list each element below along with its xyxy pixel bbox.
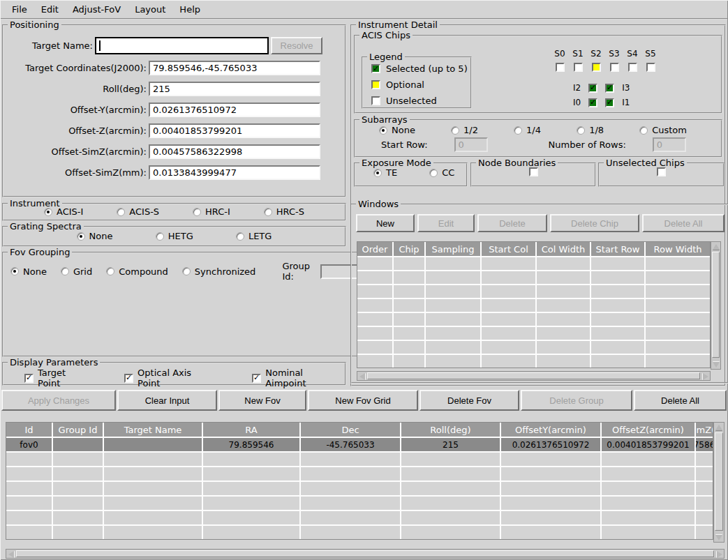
checkbox-chip-i2[interactable] [588,84,597,93]
delete-fov-button[interactable]: Delete Fov [419,390,519,411]
fov-row-cell-group-id[interactable] [53,438,103,451]
scroll-up-icon[interactable] [714,423,723,432]
table-cell-empty [53,511,103,524]
radio-grouping-none[interactable]: None [10,266,47,277]
radio-exposure-te[interactable]: TE [373,167,397,178]
radio-subarray-half[interactable]: 1/2 [451,125,478,135]
windows-vertical-scrollbar[interactable] [711,241,721,370]
scroll-right-icon[interactable] [715,550,724,559]
fov-row-cell-ra[interactable]: 79.859546 [203,438,299,451]
checkbox-nominal-aimpoint[interactable]: Nominal Aimpoint [252,368,342,388]
radio-grating-hetg[interactable]: HETG [156,231,193,241]
radio-subarray-quarter[interactable]: 1/4 [514,125,541,135]
radio-hrc-i[interactable]: HRC-I [193,206,230,217]
fov-row-cell-id[interactable]: fov0 [6,438,52,451]
checkbox-chip-i0[interactable] [588,98,597,107]
radio-label: Grid [73,266,92,277]
table-cell-empty [203,453,299,466]
menu-layout[interactable]: Layout [128,2,172,17]
windows-new-button[interactable]: New [356,214,415,232]
windows-delete-all-button[interactable]: Delete All [642,214,725,232]
checkbox-node-boundaries[interactable] [529,167,538,176]
checkbox-chip-s2[interactable] [592,63,601,72]
radio-acis-i[interactable]: ACIS-I [44,206,83,217]
windows-delete-chip-button[interactable]: Delete Chip [550,214,639,232]
start-row-input[interactable]: 0 [454,137,488,152]
scrollbar-thumb[interactable] [16,550,714,557]
subarrays-title: Subarrays [359,116,410,124]
fov-table[interactable]: Id Group Id Target Name RA Dec Roll(deg)… [6,422,713,540]
fov-row-cell-roll[interactable]: 215 [401,438,500,451]
radio-acis-s[interactable]: ACIS-S [117,206,159,217]
fov-row-cell-offset-z[interactable]: 0.00401853799201 [602,438,694,451]
scroll-left-icon[interactable] [6,550,15,559]
offset-simz-mm-input[interactable]: 0.0133843999477 [149,165,320,180]
menu-file[interactable]: File [5,2,34,17]
radio-hrc-s[interactable]: HRC-S [264,206,304,217]
roll-label: Roll(deg): [8,84,149,94]
s-chip-labels: S0 S1 S2 S3 S4 S5 [551,49,661,59]
scrollbar-thumb[interactable] [367,372,700,379]
offset-z-input[interactable]: 0.00401853799201 [149,123,320,138]
radio-grating-letg[interactable]: LETG [236,231,272,241]
new-fov-grid-button[interactable]: New Fov Grid [308,390,418,411]
fov-row-cell-offset-simz[interactable]: 7586 [696,438,713,451]
windows-delete-button[interactable]: Delete [477,214,547,232]
fov-col-offset-z: OffsetZ(arcmin) [602,423,694,437]
checkbox-chip-s4[interactable] [628,63,637,72]
fov-row-cell-offset-y[interactable]: 0.0261376510972 [501,438,600,451]
number-of-rows-input[interactable]: 0 [653,137,686,152]
fov-horizontal-scrollbar[interactable] [6,549,725,559]
delete-group-button[interactable]: Delete Group [521,390,632,411]
clear-input-button[interactable]: Clear Input [117,390,217,411]
windows-edit-button[interactable]: Edit [417,214,475,232]
windows-table[interactable]: Order Chip Sampling Start Col Col Width … [357,241,711,368]
scroll-down-icon[interactable] [714,533,723,542]
checkbox-unselected-chips[interactable] [657,167,666,176]
radio-grouping-synchronized[interactable]: Synchronized [182,266,256,277]
menu-help[interactable]: Help [172,2,207,17]
checkbox-chip-i3[interactable] [605,84,614,93]
checkbox-chip-s5[interactable] [646,63,655,72]
menu-adjust-fov[interactable]: Adjust-FoV [66,2,128,17]
coords-input[interactable]: 79.859546,-45.765033 [149,61,320,75]
radio-exposure-cc[interactable]: CC [429,167,454,178]
checkbox-optical-axis-point[interactable]: Optical Axis Point [124,368,212,388]
scroll-up-icon[interactable] [711,242,720,251]
resolve-button[interactable]: Resolve [271,37,322,54]
checkbox-chip-i1[interactable] [605,98,614,107]
checkbox-chip-s0[interactable] [556,63,565,72]
radio-icon [373,169,382,177]
windows-horizontal-scrollbar[interactable] [357,371,711,381]
delete-all-button[interactable]: Delete All [634,390,727,411]
fov-row-cell-dec[interactable]: -45.765033 [301,438,400,451]
scroll-right-icon[interactable] [701,372,710,381]
menu-edit[interactable]: Edit [34,2,66,17]
radio-grating-none[interactable]: None [77,231,113,241]
radio-grouping-compound[interactable]: Compound [106,266,168,277]
fov-row-cell-target-name[interactable] [104,438,202,451]
radio-icon [514,126,522,135]
checkbox-chip-s3[interactable] [610,63,619,72]
radio-subarray-eighth[interactable]: 1/8 [577,125,604,135]
roll-input[interactable]: 215 [149,82,320,96]
scroll-left-icon[interactable] [357,372,366,381]
apply-changes-button[interactable]: Apply Changes [1,390,116,411]
radio-subarray-none[interactable]: None [379,125,415,135]
offset-simz-arcmin-input[interactable]: 0.00457586322998 [149,144,320,159]
offset-y-input[interactable]: 0.0261376510972 [149,103,320,117]
scroll-down-icon[interactable] [711,360,720,369]
grating-group: Grating Spectra None HETG LETG [2,222,346,247]
radio-subarray-custom[interactable]: Custom [639,125,687,135]
checkbox-target-point[interactable]: Target Point [24,368,88,388]
radio-grouping-grid[interactable]: Grid [61,266,92,277]
table-cell-empty [301,467,400,480]
radio-icon [106,267,114,275]
table-cell-empty [394,299,424,312]
target-name-input[interactable] [95,37,269,54]
fov-vertical-scrollbar[interactable] [713,422,725,543]
scrollbar-thumb[interactable] [712,252,720,358]
new-fov-button[interactable]: New Fov [218,390,306,411]
scrollbar-thumb[interactable] [715,432,723,531]
checkbox-chip-s1[interactable] [574,63,583,72]
